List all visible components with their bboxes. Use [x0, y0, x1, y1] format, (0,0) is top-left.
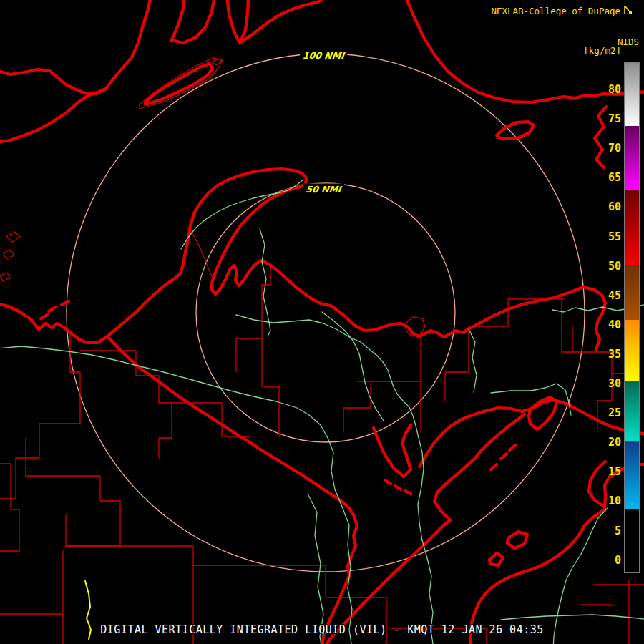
range-ring-label: 100 NMI: [299, 50, 348, 61]
color-scale-tick-label: 10: [585, 494, 621, 507]
shorelines-state-borders: [507, 532, 527, 548]
color-scale-tick-label: 35: [585, 348, 621, 361]
color-scale-tick-label: 5: [585, 525, 621, 537]
color-scale-tick-label: 40: [585, 318, 621, 331]
county-lines: [26, 438, 120, 546]
shorelines-state-borders: [489, 553, 503, 565]
color-scale-bar: [624, 62, 640, 573]
county-lines: [0, 464, 19, 551]
rivers-roads: [260, 229, 270, 336]
shorelines-state-borders: [41, 301, 69, 318]
shorelines-state-borders: [0, 69, 106, 94]
color-scale-tick-label: 45: [585, 289, 621, 302]
shorelines-state-borders: [419, 416, 470, 467]
rivers-roads: [501, 615, 644, 620]
county-lines: [445, 299, 564, 401]
color-scale-tick-label: 80: [585, 83, 621, 96]
radar-display: NEXLAB-College of DuPage NIDS [kg/m2] 80…: [0, 0, 644, 644]
rivers-roads: [308, 494, 323, 644]
color-scale-tick-label: 75: [585, 112, 621, 125]
shorelines-state-borders: [529, 397, 557, 429]
color-scale-tick-label: 65: [585, 171, 621, 184]
product-title-bar: DIGITAL VERTICALLY INTEGRATED LIQUID (VI…: [0, 623, 644, 636]
rivers-roads: [236, 315, 434, 644]
color-scale-tick-label: 25: [585, 406, 621, 419]
range-ring-label: 50 NMI: [302, 184, 344, 195]
color-scale-tick-label: 50: [585, 260, 621, 273]
radar-map: [0, 0, 644, 644]
shorelines-state-borders: [374, 425, 411, 477]
range-ring: [196, 183, 455, 442]
color-scale-ticks: 80757065605550454035302520151050: [585, 0, 621, 644]
color-scale-tick-label: 20: [585, 436, 621, 449]
county-lines: [80, 351, 249, 436]
shorelines-state-borders: [0, 169, 605, 349]
color-scale-tick-label: 60: [585, 200, 621, 213]
color-scale-tick-label: 30: [585, 377, 621, 390]
range-rings: [67, 54, 585, 572]
shorelines-state-borders: [227, 0, 248, 43]
shorelines-state-borders: [240, 0, 328, 43]
color-scale-tick-label: 15: [585, 465, 621, 478]
county-lines: [159, 403, 172, 458]
range-ring: [67, 54, 585, 572]
rivers-roads: [0, 346, 352, 644]
color-scale-tick-label: 70: [585, 142, 621, 155]
color-scale-tick-label: 0: [585, 554, 621, 567]
map-layers: [0, 0, 644, 644]
county-lines: [0, 333, 80, 499]
color-scale-tick-label: 55: [585, 230, 621, 243]
shorelines-state-borders: [172, 0, 185, 40]
cod-window-icon: [623, 5, 633, 16]
rivers-roads: [469, 329, 477, 392]
county-lines: [262, 338, 279, 436]
county-lines: [0, 232, 20, 281]
shorelines-state-borders: [145, 64, 213, 104]
county-lines: [343, 381, 371, 432]
